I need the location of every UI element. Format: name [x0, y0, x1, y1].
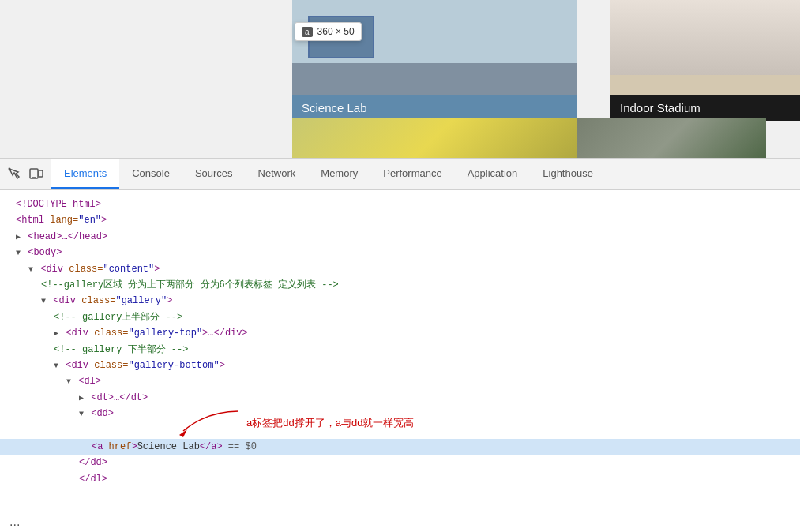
html-line-dl-close[interactable]: </dl> — [0, 471, 800, 487]
body-tag: <body> — [28, 247, 62, 258]
devtools-toolbar: Elements Console Sources Network Memory … — [0, 158, 800, 189]
lang-value: "en" — [78, 215, 101, 226]
dt-tag: <dt>…</dt> — [91, 392, 148, 403]
annotation-text: a标签把dd撑开了，a与dd就一样宽高 — [246, 414, 414, 432]
head-arrow[interactable] — [16, 233, 21, 242]
tab-performance[interactable]: Performance — [370, 159, 454, 189]
html-line-dd[interactable]: <dd> — [0, 406, 120, 421]
classroom-background — [292, 0, 577, 95]
href-attr: href — [109, 441, 132, 452]
a-close-tag: </a> — [200, 441, 223, 452]
bottom-row: ··· — [0, 518, 800, 532]
div-close-bracket: > — [154, 264, 160, 275]
html-line-dt-row: <dt>…</dt> — [0, 390, 800, 406]
html-open-tag: <html — [16, 215, 50, 226]
annotation-arrow-svg — [167, 407, 246, 439]
gallery-arrow[interactable] — [41, 297, 46, 305]
a-text: Science Lab — [137, 441, 200, 452]
tab-elements[interactable]: Elements — [51, 159, 119, 189]
devtools-tabs: Elements Console Sources Network Memory … — [51, 159, 800, 189]
gallery-top-class-attr: class= — [94, 328, 128, 339]
a-open-tag: <a — [92, 441, 109, 452]
gallery-bottom-comment: <!-- gallery 下半部分 --> — [54, 344, 188, 355]
lang-attr: lang= — [50, 215, 78, 226]
html-line-head[interactable]: <head>…</head> — [0, 229, 800, 245]
tab-application[interactable]: Application — [455, 159, 531, 189]
preview-area: a 360 × 50 Science Lab Indoor Stadium — [0, 0, 800, 158]
html-close-bracket: > — [101, 215, 107, 226]
gallery-bottom-arrow[interactable] — [54, 362, 58, 370]
gallery-div-open: <div — [53, 295, 81, 306]
doctype-text: <!DOCTYPE html> — [16, 199, 101, 210]
class-attr: class= — [69, 264, 103, 275]
dl-close-tag: </dl> — [79, 474, 107, 485]
svg-point-0 — [9, 168, 11, 170]
devtools-panel: <!DOCTYPE html> <html lang="en"> <head>…… — [0, 189, 800, 532]
html-line-dl[interactable]: <dl> — [0, 373, 800, 389]
inspect-element-icon[interactable] — [6, 166, 22, 182]
html-line-dt[interactable]: <dt>…</dt> — [0, 390, 154, 406]
tooltip-size: 360 × 50 — [317, 26, 355, 37]
dots-menu[interactable]: ··· — [3, 518, 26, 532]
gallery-bottom-value: "gallery-bottom" — [128, 360, 219, 371]
science-lab-label: Science Lab — [292, 95, 577, 121]
bottom-left-image — [292, 118, 577, 158]
tab-lighthouse[interactable]: Lighthouse — [530, 159, 606, 189]
device-toggle-icon[interactable] — [28, 166, 44, 182]
html-line-a-selected[interactable]: <a href>Science Lab</a> == $0 — [0, 439, 800, 455]
html-viewer: <!DOCTYPE html> <html lang="en"> <head>…… — [0, 190, 800, 518]
html-line-comment3[interactable]: <!-- gallery 下半部分 --> — [0, 342, 800, 358]
tab-network[interactable]: Network — [246, 159, 309, 189]
dd-tag: <dd> — [91, 408, 114, 419]
html-line-div-gallery[interactable]: <div class="gallery"> — [0, 293, 800, 309]
gallery-top-arrow[interactable] — [54, 329, 58, 338]
gallery-class-value: "gallery" — [115, 295, 167, 306]
a-bracket: > — [131, 441, 137, 452]
dd-close-tag: </dd> — [79, 457, 107, 468]
dollar-sign: == $0 — [223, 441, 257, 452]
html-line-body[interactable]: <body> — [0, 245, 800, 260]
gallery-top-value: "gallery-top" — [128, 328, 202, 339]
gallery-bottom-div: <div — [66, 360, 94, 371]
indoor-stadium-label: Indoor Stadium — [610, 95, 800, 121]
gallery-bottom-bracket: > — [220, 360, 225, 371]
gallery-class-attr: class= — [81, 295, 115, 306]
science-lab-image — [292, 0, 577, 95]
dl-arrow[interactable] — [66, 377, 71, 386]
content-arrow[interactable] — [28, 265, 33, 274]
gallery-top-comment: <!-- gallery上半部分 --> — [54, 312, 182, 323]
content-class-value: "content" — [103, 264, 154, 275]
gallery-bracket: > — [167, 295, 172, 306]
html-line-dd-close[interactable]: </dd> — [0, 455, 800, 470]
html-line-div-content[interactable]: <div class="content"> — [0, 261, 800, 277]
tooltip-letter: a — [302, 27, 313, 37]
gallery-bottom-class-attr: class= — [94, 360, 128, 371]
stadium-background — [610, 0, 800, 95]
dt-arrow[interactable] — [79, 394, 84, 403]
indoor-stadium-image — [610, 0, 800, 95]
svg-rect-2 — [39, 170, 43, 177]
html-annotation-row: <dd> a标签把dd撑开了，a与dd就一样宽高 — [0, 406, 800, 439]
gallery-top-div: <div — [66, 328, 94, 339]
body-arrow[interactable] — [16, 249, 21, 257]
toolbar-icons — [0, 159, 51, 189]
head-tag: <head>…</head> — [28, 231, 107, 242]
svg-rect-1 — [30, 169, 38, 178]
html-line-gallery-top[interactable]: <div class="gallery-top">…</div> — [0, 325, 800, 341]
dd-arrow[interactable] — [79, 410, 84, 418]
html-line-comment1[interactable]: <!--gallery区域 分为上下两部分 分为6个列表标签 定义列表 --> — [0, 277, 800, 293]
gallery-comment: <!--gallery区域 分为上下两部分 分为6个列表标签 定义列表 --> — [41, 279, 339, 290]
bottom-preview-row — [292, 118, 766, 158]
tab-memory[interactable]: Memory — [308, 159, 370, 189]
html-line-html[interactable]: <html lang="en"> — [0, 212, 800, 228]
html-line-comment2[interactable]: <!-- gallery上半部分 --> — [0, 309, 800, 325]
dl-tag: <dl> — [78, 376, 101, 387]
html-line-doctype[interactable]: <!DOCTYPE html> — [0, 197, 800, 212]
size-tooltip: a 360 × 50 — [295, 22, 362, 41]
html-line-gallery-bottom[interactable]: <div class="gallery-bottom"> — [0, 358, 800, 373]
div-open: <div — [40, 264, 69, 275]
tab-console[interactable]: Console — [119, 159, 182, 189]
gallery-top-bracket: >…</div> — [202, 328, 248, 339]
tab-sources[interactable]: Sources — [182, 159, 246, 189]
annotation-container: a标签把dd撑开了，a与dd就一样宽高 — [167, 407, 414, 439]
